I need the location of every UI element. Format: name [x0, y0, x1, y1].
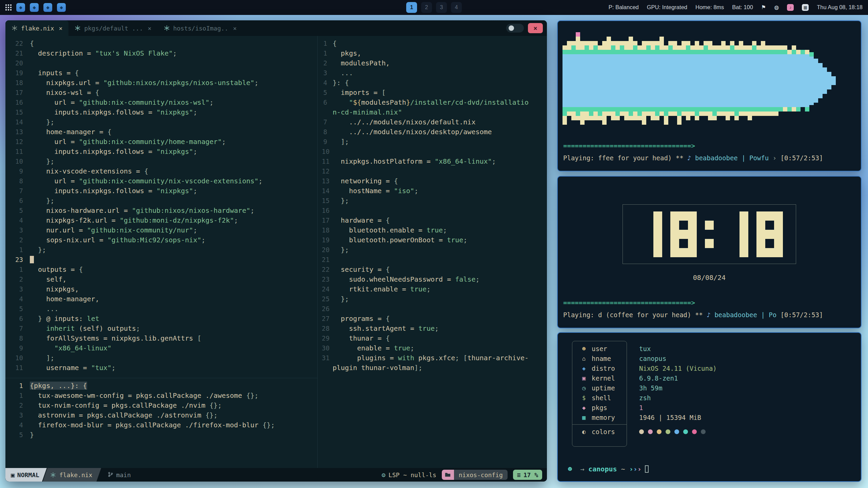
line-number: 3: [11, 410, 30, 420]
line-number: 14: [11, 117, 30, 127]
visualizer-column: [651, 41, 655, 120]
text-segment: true: [447, 236, 463, 244]
text-segment: };: [333, 246, 349, 254]
nix-snowflake-icon: [12, 25, 18, 31]
tab-flake-nix[interactable]: flake.nix ×: [5, 20, 68, 36]
tag-3[interactable]: 3: [436, 2, 447, 13]
lines-icon: ≡: [517, 471, 521, 479]
text-segment: ;: [435, 324, 439, 332]
text-segment: {};: [210, 401, 222, 409]
text-segment: with: [398, 354, 414, 362]
window-close-button[interactable]: ×: [528, 23, 543, 33]
text-segment: security =: [333, 265, 386, 273]
fetch-label: shell: [592, 394, 630, 402]
tag-1[interactable]: 1: [406, 2, 417, 13]
pinned-app-2[interactable]: ◆: [30, 3, 39, 12]
battery-status[interactable]: Bat: 100: [732, 4, 753, 11]
visualizer-column: [580, 41, 585, 125]
line-number: 28: [322, 324, 333, 333]
tab-hosts-isoimage[interactable]: hosts/isoImag.. ×: [158, 20, 243, 36]
network-icon[interactable]: ◍: [774, 4, 779, 11]
eye-toggle-icon[interactable]: [506, 24, 524, 33]
text-segment: url =: [30, 98, 79, 106]
text-segment: };: [333, 197, 349, 205]
tab-close-icon[interactable]: ×: [59, 25, 63, 32]
text-segment: "github:moni-dz/nixpkgs-f2k": [120, 216, 234, 224]
app-launcher-icon[interactable]: [5, 4, 12, 11]
top-bar-status: P: Balanced GPU: Integrated Home: 8ms Ba…: [609, 4, 863, 11]
line-text: plugins = with pkgs.xfce; [thunar-archiv…: [333, 353, 529, 363]
line-number: 5: [322, 88, 333, 98]
fetch-label: colors: [592, 428, 630, 435]
visualizer-column: [576, 32, 580, 120]
code-line: 9 nix-vscode-extensions = {: [11, 166, 317, 176]
text-segment: ;: [463, 236, 467, 244]
text-segment: "x86_64-linux": [30, 344, 112, 352]
code-line: 19 inputs = {: [11, 68, 317, 78]
line-text: url = "github:nix-community/home-manager…: [30, 137, 226, 147]
text-segment: ;: [193, 147, 197, 156]
line-text: nixos-hardware.url = "github:nixos/nixos…: [30, 206, 254, 216]
text-segment: nixos-hardware.url =: [30, 206, 132, 215]
visualizer-column: [646, 41, 651, 116]
text-segment: nix-vscode-extensions =: [30, 167, 144, 175]
pinned-app-3[interactable]: ◆: [43, 3, 52, 12]
text-segment: beabadoobee | Powfu: [695, 154, 769, 162]
text-segment: "github:nixos/nixos-hardware": [132, 206, 250, 215]
line-text: nur.url = "github:nix-community/nur";: [30, 225, 197, 235]
text-segment: {: [75, 69, 79, 77]
text-segment: beabadoobee | Po: [714, 311, 776, 319]
iso-config-buffer[interactable]: 1{1 pkgs,2 modulesPath,3 ...4}: {5 impor…: [318, 36, 547, 468]
line-number: 17: [322, 216, 333, 225]
tag-2[interactable]: 2: [421, 2, 432, 13]
text-segment: "github:nixos/nixpkgs/nixos-unstable": [103, 79, 255, 87]
line-number: 22: [11, 39, 30, 48]
ping-status[interactable]: Home: 8ms: [695, 4, 724, 11]
text-segment: Playing: ffee for your head) **: [563, 154, 687, 162]
text-segment: canopus: [588, 465, 617, 473]
tab-close-icon[interactable]: ×: [233, 25, 237, 32]
line-number: 1: [11, 391, 30, 401]
line-number: 6: [11, 314, 30, 324]
music-indicator-icon[interactable]: ♪: [787, 4, 794, 11]
text-segment: "github:nix-community/nix-vscode-extensi…: [79, 177, 259, 185]
tab-pkgs-default[interactable]: pkgs/default ... ×: [68, 20, 157, 36]
line-text: outputs = {: [30, 265, 83, 274]
flag-icon[interactable]: ⚑: [761, 4, 766, 11]
text-segment: sudo.wheelNeedsPassword =: [333, 275, 455, 283]
flake-nix-buffer[interactable]: 22{21 description = "tux's NixOS Flake";…: [5, 36, 317, 378]
text-segment: }: {: [333, 79, 349, 87]
text-segment: [572, 465, 580, 473]
code-line: 2 modulesPath,: [322, 58, 547, 68]
text-segment: →: [580, 465, 584, 473]
text-segment: ›: [769, 154, 780, 162]
text-segment: }: [30, 314, 46, 323]
nix-snowflake-icon: [164, 25, 170, 31]
code-line: 18 nixpkgs.url = "github:nixos/nixpkgs/n…: [11, 78, 317, 88]
tag-4[interactable]: 4: [451, 2, 462, 13]
fetch-row: ▦memory1946 | 15394 MiB: [558, 412, 717, 422]
line-text: ...: [30, 304, 58, 314]
text-segment: {};: [262, 421, 275, 429]
text-segment: bluetooth.powerOnBoot =: [333, 236, 447, 244]
visualizer-column: [598, 45, 602, 120]
pkgs-default-buffer[interactable]: 1{pkgs, ...}: {1 tux-awesome-wm-config =…: [5, 378, 317, 468]
gpu-status[interactable]: GPU: Integrated: [647, 4, 687, 11]
line-number: 15: [11, 107, 30, 117]
text-segment: false: [455, 275, 475, 283]
code-line: 4 nixpkgs-f2k.url = "github:moni-dz/nixp…: [11, 216, 317, 225]
shell-prompt[interactable]: ☻ → canopus ~ ›››: [568, 465, 649, 473]
lsp-label: LSP ~ null-ls: [389, 471, 436, 479]
tab-close-icon[interactable]: ×: [148, 25, 152, 32]
line-number: 20: [322, 245, 333, 255]
visualizer-column: [823, 67, 827, 94]
pinned-app-1[interactable]: ◆: [16, 3, 25, 12]
text-segment: tux-nvim-config = pkgs.callPackage ./nvi…: [30, 401, 210, 409]
line-text: nixpkgs,: [30, 284, 79, 294]
clock: Thu Aug 08, 18:18: [817, 4, 863, 11]
text-segment: ;: [173, 49, 177, 57]
power-profile[interactable]: P: Balanced: [609, 4, 639, 11]
pinned-app-4[interactable]: ◆: [57, 3, 66, 12]
text-segment: ;: [210, 98, 214, 106]
tray-icon[interactable]: ▦: [802, 4, 809, 11]
